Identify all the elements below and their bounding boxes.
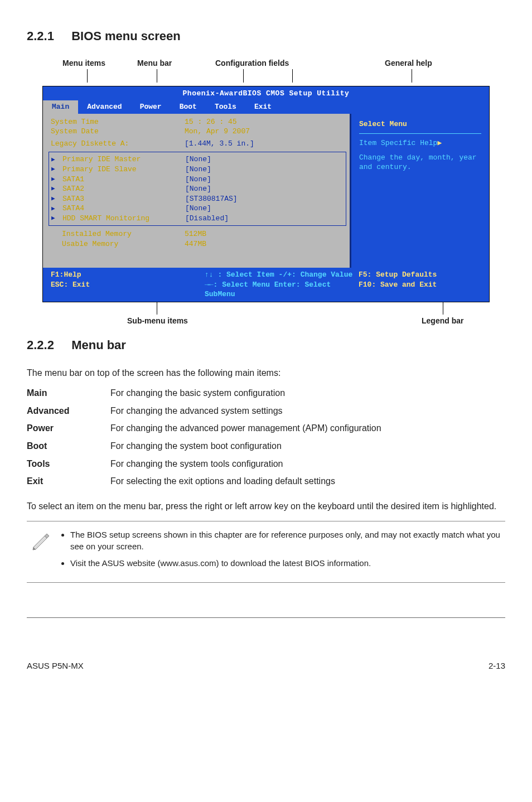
- field-system-date-value[interactable]: Mon, Apr 9 2007: [185, 127, 344, 137]
- note-box: The BIOS setup screens shown in this cha…: [27, 521, 505, 583]
- field-installed-memory-label: Installed Memory: [51, 229, 185, 239]
- def-val: For changing the advanced system setting…: [110, 402, 388, 420]
- def-key: Power: [27, 419, 110, 437]
- callout-sub-menu: Sub-menu items: [127, 316, 188, 326]
- table-row: ToolsFor changing the system tools confi…: [27, 455, 388, 473]
- chevron-right-icon: ▶: [51, 214, 57, 223]
- heading-2-2-1: 2.2.1 BIOS menu screen: [27, 28, 505, 45]
- bios-window: Phoenix-AwardBIOS CMOS Setup Utility Mai…: [42, 86, 490, 302]
- bios-title: Phoenix-AwardBIOS CMOS Setup Utility: [43, 86, 489, 101]
- paragraph-nav: To select an item on the menu bar, press…: [27, 500, 505, 513]
- chevron-right-icon: ▶: [51, 156, 57, 164]
- callout-menu-items: Menu items: [62, 58, 105, 69]
- def-val: For selecting the exit options and loadi…: [110, 472, 388, 490]
- value-primary-ide-slave: [None]: [185, 165, 344, 175]
- footer-rule: [27, 617, 505, 618]
- def-key: Advanced: [27, 402, 110, 420]
- value-sata4: [None]: [185, 204, 344, 214]
- tab-power[interactable]: Power: [131, 100, 171, 114]
- submenu-hdd-smart[interactable]: HDD SMART Monitoring: [62, 214, 185, 224]
- legend-left: F1:Help ESC: Exit: [51, 270, 205, 299]
- callout-ticks-bottom: [42, 302, 490, 316]
- page-footer: ASUS P5N-MX 2-13: [27, 660, 505, 671]
- paragraph-intro: The menu bar on top of the screen has th…: [27, 367, 505, 379]
- callout-ticks-top: [42, 69, 490, 86]
- table-row: MainFor changing the basic system config…: [27, 384, 388, 402]
- note-item: The BIOS setup screens shown in this cha…: [70, 529, 502, 552]
- submenu-primary-ide-slave[interactable]: Primary IDE Slave: [62, 165, 185, 175]
- heading-title: Menu bar: [71, 338, 126, 352]
- help-header: Select Menu: [359, 119, 481, 129]
- submenu-sata1[interactable]: SATA1: [62, 175, 185, 185]
- bios-menubar: Main Advanced Power Boot Tools Exit: [43, 100, 489, 114]
- value-sata1: [None]: [185, 175, 344, 185]
- help-line1: Item Specific Help▶: [359, 138, 481, 148]
- chevron-right-icon: ▶: [51, 185, 57, 193]
- field-system-time-value[interactable]: 15 : 26 : 45: [185, 117, 344, 127]
- callouts-bottom: Sub-menu items Legend bar: [42, 316, 490, 326]
- callout-legend: Legend bar: [422, 316, 463, 326]
- bios-help-pane: Select Menu Item Specific Help▶ Change t…: [350, 114, 489, 268]
- def-key: Boot: [27, 437, 110, 455]
- field-system-time-label[interactable]: System Time: [51, 117, 185, 127]
- submenu-sata2[interactable]: SATA2: [62, 184, 185, 194]
- field-usable-memory-label: Usable Memory: [51, 239, 185, 249]
- callout-config: Configuration fields: [215, 58, 289, 69]
- submenu-sata4[interactable]: SATA4: [62, 204, 185, 214]
- legend-mid: ↑↓ : Select Item -/+: Change Value →←: S…: [205, 270, 359, 299]
- table-row: AdvancedFor changing the advanced system…: [27, 402, 388, 420]
- legend-right: F5: Setup Defaults F10: Save and Exit: [359, 270, 481, 299]
- tab-exit[interactable]: Exit: [245, 100, 280, 114]
- callout-general: General help: [385, 58, 432, 69]
- def-val: For changing the advanced power manageme…: [110, 419, 388, 437]
- tab-tools[interactable]: Tools: [206, 100, 245, 114]
- table-row: ExitFor selecting the exit options and l…: [27, 472, 388, 490]
- value-sata2: [None]: [185, 184, 344, 194]
- chevron-right-icon: ▶: [51, 165, 57, 173]
- value-primary-ide-master: [None]: [185, 154, 344, 165]
- bios-left-pane: System Time 15 : 26 : 45 System Date Mon…: [43, 114, 350, 268]
- def-val: For changing the system tools configurat…: [110, 455, 388, 473]
- def-val: For changing the system boot configurati…: [110, 437, 388, 455]
- def-key: Exit: [27, 472, 110, 490]
- chevron-right-icon: ▶: [51, 205, 57, 213]
- triangle-right-icon: ▶: [437, 139, 442, 147]
- value-hdd-smart: [Disabled]: [185, 214, 344, 224]
- help-line2: Change the day, month, year and century.: [359, 153, 481, 172]
- note-item: Visit the ASUS website (www.asus.com) to…: [70, 558, 502, 569]
- tab-advanced[interactable]: Advanced: [78, 100, 130, 114]
- bios-legend-bar: F1:Help ESC: Exit ↑↓ : Select Item -/+: …: [43, 268, 489, 302]
- table-row: BootFor changing the system boot configu…: [27, 437, 388, 455]
- field-legacy-diskette-label[interactable]: Legacy Diskette A:: [51, 139, 185, 149]
- heading-num: 2.2.1: [27, 28, 68, 45]
- callouts-top: Menu items Menu bar Configuration fields…: [42, 58, 490, 68]
- field-legacy-diskette-value[interactable]: [1.44M, 3.5 in.]: [185, 139, 344, 149]
- tab-main[interactable]: Main: [43, 100, 78, 114]
- submenu-primary-ide-master[interactable]: Primary IDE Master: [62, 154, 185, 165]
- heading-num: 2.2.2: [27, 337, 68, 354]
- def-key: Tools: [27, 455, 110, 473]
- chevron-right-icon: ▶: [51, 175, 57, 183]
- field-installed-memory-value: 512MB: [185, 229, 344, 239]
- field-usable-memory-value: 447MB: [185, 239, 344, 249]
- footer-right: 2-13: [489, 660, 505, 671]
- chevron-right-icon: ▶: [51, 195, 57, 203]
- field-system-date-label[interactable]: System Date: [51, 127, 185, 137]
- heading-2-2-2: 2.2.2 Menu bar: [27, 337, 505, 354]
- ide-sata-frame: ▶Primary IDE Master[None] ▶Primary IDE S…: [49, 152, 346, 226]
- def-val: For changing the basic system configurat…: [110, 384, 388, 402]
- value-sata3: [ST380817AS]: [185, 194, 344, 204]
- definitions-table: MainFor changing the basic system config…: [27, 384, 388, 490]
- def-key: Main: [27, 384, 110, 402]
- heading-title: BIOS menu screen: [71, 29, 181, 43]
- callout-menu-bar: Menu bar: [137, 58, 172, 69]
- tab-boot[interactable]: Boot: [171, 100, 206, 114]
- pencil-icon: [30, 529, 56, 554]
- submenu-sata3[interactable]: SATA3: [62, 194, 185, 204]
- table-row: PowerFor changing the advanced power man…: [27, 419, 388, 437]
- footer-left: ASUS P5N-MX: [27, 660, 84, 671]
